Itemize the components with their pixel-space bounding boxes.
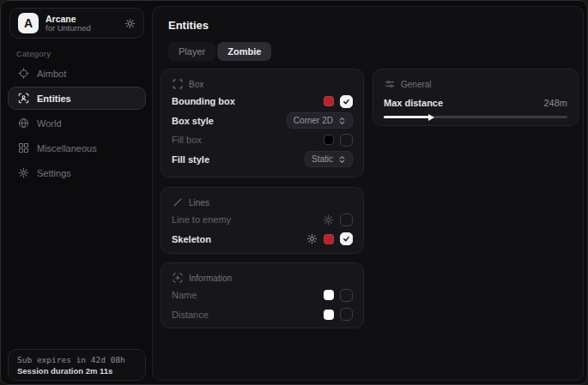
- tab-zombie[interactable]: Zombie: [217, 42, 271, 61]
- box-style-dropdown[interactable]: Corner 2D: [287, 112, 353, 129]
- color-swatch[interactable]: [324, 234, 334, 244]
- sidebar-item-label: Entities: [37, 93, 71, 104]
- app-name: Arcane: [45, 14, 118, 24]
- row-fill-style: Fill style Static: [172, 150, 353, 170]
- sidebar-item-aimbot[interactable]: Aimbot: [8, 62, 146, 85]
- fill-style-dropdown[interactable]: Static: [305, 151, 353, 167]
- row-skeleton: Skeleton: [172, 230, 353, 250]
- sidebar-item-label: Aimbot: [37, 69, 66, 79]
- checkbox-checked[interactable]: [340, 232, 353, 245]
- sidebar-item-miscellaneous[interactable]: Miscellaneous: [8, 136, 146, 159]
- crosshair-icon: [17, 68, 29, 80]
- row-box-style: Box style Corner 2D: [172, 111, 353, 131]
- row-bounding-box: Bounding box: [172, 92, 353, 111]
- slider-fill: [384, 116, 429, 118]
- brand-text: Arcane for Unturned: [45, 14, 118, 33]
- checkbox-unchecked[interactable]: [340, 308, 353, 321]
- row-label: Box style: [172, 116, 214, 126]
- card-title: Box: [189, 80, 203, 89]
- color-swatch[interactable]: [324, 135, 334, 145]
- checkbox-unchecked[interactable]: [340, 134, 353, 147]
- gear-icon[interactable]: [323, 214, 334, 226]
- dropdown-value: Corner 2D: [294, 116, 333, 125]
- row-max-distance: Max distance 248m: [384, 93, 567, 112]
- row-label: Distance: [172, 310, 209, 320]
- entity-tabs: Player Zombie: [168, 42, 271, 61]
- brand-card: A Arcane for Unturned: [9, 8, 144, 39]
- sidebar-item-world[interactable]: World: [8, 111, 146, 135]
- sidebar-nav: Aimbot Entities World: [8, 62, 146, 186]
- sidebar: A Arcane for Unturned Category A: [1, 1, 152, 384]
- card-title: Information: [189, 274, 232, 283]
- row-label: Max distance: [384, 98, 443, 108]
- page-title: Entities: [168, 19, 209, 32]
- row-label: Line to enemy: [172, 214, 231, 225]
- checkbox-unchecked[interactable]: [340, 214, 353, 226]
- subscription-status-card: Sub expires in 42d 08h Session duration …: [8, 349, 146, 381]
- grid-icon: [17, 142, 29, 154]
- globe-icon: [17, 117, 29, 129]
- card-title: General: [401, 80, 432, 89]
- lines-card-header: Lines: [172, 195, 353, 210]
- scan-text-icon: [172, 273, 183, 284]
- session-duration-text: Session duration 2m 11s: [17, 366, 136, 376]
- color-swatch[interactable]: [324, 310, 334, 320]
- row-distance: Distance: [172, 305, 353, 325]
- max-distance-slider[interactable]: [384, 116, 567, 118]
- row-name: Name: [172, 286, 353, 305]
- sidebar-item-label: Miscellaneous: [37, 143, 97, 153]
- gear-icon[interactable]: [124, 18, 136, 29]
- general-card-header: General: [384, 76, 567, 92]
- box-card: Box Bounding box Box style Corner 2D: [161, 69, 364, 177]
- row-label: Fill box: [172, 135, 202, 145]
- scan-brackets-icon: [172, 79, 183, 90]
- information-card-header: Information: [172, 270, 353, 286]
- gear-icon[interactable]: [306, 233, 318, 244]
- general-card: General Max distance 248m: [373, 69, 579, 126]
- row-label: Name: [172, 290, 197, 300]
- sliders-icon: [384, 79, 395, 90]
- diagonal-line-icon: [172, 197, 183, 208]
- sidebar-item-settings[interactable]: Settings: [8, 161, 146, 184]
- gear-icon: [17, 167, 29, 179]
- information-card: Information Name Distance: [161, 262, 364, 328]
- row-label: Skeleton: [172, 234, 211, 244]
- slider-thumb[interactable]: [428, 114, 434, 121]
- category-label: Category: [16, 49, 51, 58]
- sidebar-item-entities[interactable]: Entities: [8, 87, 146, 110]
- checkbox-checked[interactable]: [340, 95, 353, 108]
- app-logo: A: [18, 13, 39, 33]
- card-title: Lines: [189, 198, 209, 208]
- chevron-up-down-icon: [338, 117, 346, 125]
- sidebar-item-label: World: [37, 118, 62, 129]
- color-swatch[interactable]: [324, 290, 334, 300]
- row-line-to-enemy: Line to enemy: [172, 210, 353, 230]
- color-swatch[interactable]: [324, 96, 334, 106]
- dropdown-value: Static: [312, 154, 333, 164]
- lines-card: Lines Line to enemy Skeleton: [161, 187, 364, 254]
- main-panel: Entities Player Zombie Box Bounding box: [152, 6, 584, 381]
- app-window: A Arcane for Unturned Category A: [0, 0, 588, 385]
- tab-player[interactable]: Player: [168, 42, 215, 61]
- sub-expires-text: Sub expires in 42d 08h: [17, 355, 136, 364]
- app-subtitle: for Unturned: [45, 24, 118, 33]
- chevron-up-down-icon: [338, 155, 346, 164]
- row-label: Fill style: [172, 154, 209, 165]
- box-card-header: Box: [172, 76, 353, 92]
- row-label: Bounding box: [172, 96, 235, 106]
- sidebar-item-label: Settings: [37, 168, 71, 178]
- row-fill-box: Fill box: [172, 130, 353, 150]
- scan-person-icon: [17, 93, 29, 105]
- max-distance-value: 248m: [543, 98, 567, 108]
- checkbox-unchecked[interactable]: [340, 289, 353, 302]
